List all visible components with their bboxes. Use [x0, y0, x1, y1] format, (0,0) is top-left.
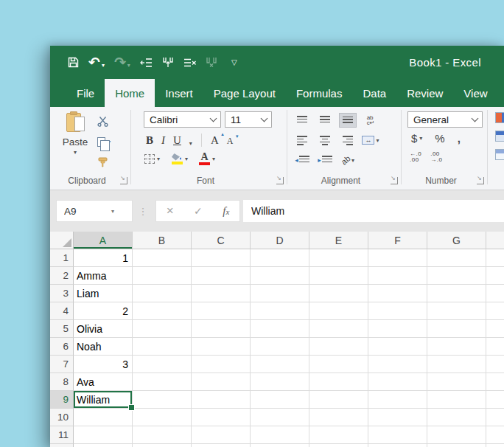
- cell-b9[interactable]: [133, 391, 192, 409]
- cell-c6[interactable]: [192, 338, 251, 356]
- decrease-indent-button[interactable]: ◂: [293, 153, 311, 167]
- bottom-align-button[interactable]: [339, 113, 357, 128]
- name-box-dropdown-icon[interactable]: ▾: [111, 208, 114, 215]
- cell-f12[interactable]: [368, 444, 427, 447]
- italic-button[interactable]: I: [161, 134, 165, 147]
- cell-b1[interactable]: [133, 249, 192, 267]
- select-all-button[interactable]: [50, 232, 74, 249]
- cell-g6[interactable]: [427, 338, 486, 356]
- row-header-5[interactable]: 5: [50, 320, 74, 338]
- cell-e9[interactable]: [309, 391, 368, 409]
- decrease-decimal-button[interactable]: .00→.0: [430, 151, 442, 163]
- delete-rows-icon[interactable]: [183, 58, 196, 68]
- cell-g12[interactable]: [427, 444, 486, 447]
- cell-e3[interactable]: [309, 285, 368, 302]
- number-dialog-launcher-icon[interactable]: [477, 177, 484, 184]
- increase-font-size-button[interactable]: A▴: [211, 134, 219, 147]
- cell-c12[interactable]: [192, 444, 251, 447]
- percent-style-button[interactable]: %: [435, 132, 444, 145]
- cell-f8[interactable]: [368, 373, 427, 391]
- number-format-select[interactable]: General: [407, 111, 483, 128]
- row-header-12[interactable]: 12: [50, 444, 74, 447]
- column-header-e[interactable]: E: [309, 232, 368, 249]
- cell-g4[interactable]: [427, 302, 486, 320]
- undo-icon[interactable]: ↶ ▾: [88, 56, 105, 69]
- cell-b7[interactable]: [133, 356, 192, 373]
- cell-d10[interactable]: [251, 409, 309, 426]
- cell-h4[interactable]: [486, 302, 504, 320]
- cell-f10[interactable]: [368, 409, 427, 426]
- font-dialog-launcher-icon[interactable]: [276, 177, 284, 184]
- cell-a8[interactable]: Ava: [74, 373, 133, 391]
- redo-dropdown-icon[interactable]: ▾: [127, 62, 130, 69]
- cell-g2[interactable]: [427, 267, 486, 285]
- cell-h11[interactable]: [486, 426, 504, 444]
- formula-input-area[interactable]: [243, 200, 504, 222]
- row-header-7[interactable]: 7: [50, 356, 74, 373]
- cell-c8[interactable]: [192, 373, 251, 391]
- cell-a4[interactable]: 2: [74, 302, 133, 320]
- save-icon[interactable]: [68, 57, 79, 68]
- cell-e8[interactable]: [309, 373, 368, 391]
- cell-b12[interactable]: [133, 444, 192, 447]
- cell-f2[interactable]: [368, 267, 427, 285]
- cell-g9[interactable]: [427, 391, 486, 409]
- align-center-button[interactable]: [316, 133, 334, 148]
- cell-h8[interactable]: [486, 373, 504, 391]
- formula-bar-handle[interactable]: ⋮: [136, 200, 150, 222]
- cell-g7[interactable]: [427, 356, 486, 373]
- cell-h12[interactable]: [486, 444, 504, 447]
- tab-file[interactable]: File: [66, 79, 105, 107]
- cell-a7[interactable]: 3: [74, 356, 133, 373]
- cell-c2[interactable]: [192, 267, 251, 285]
- top-align-button[interactable]: [293, 113, 311, 128]
- row-header-10[interactable]: 10: [50, 409, 74, 426]
- cell-styles-icon[interactable]: [495, 149, 504, 160]
- comma-style-button[interactable]: ,: [458, 132, 461, 145]
- insert-cells-icon[interactable]: [140, 58, 153, 68]
- delete-columns-icon[interactable]: [206, 57, 217, 68]
- copy-button[interactable]: ▾: [97, 135, 111, 148]
- cell-f11[interactable]: [368, 426, 427, 444]
- cell-a9[interactable]: William: [74, 391, 133, 409]
- cell-a10[interactable]: [74, 409, 133, 426]
- cell-d3[interactable]: [251, 285, 309, 302]
- tab-insert[interactable]: Insert: [155, 79, 203, 107]
- underline-dropdown-icon[interactable]: ▾: [189, 140, 192, 147]
- cell-e2[interactable]: [309, 267, 368, 285]
- paste-dropdown-icon[interactable]: ▾: [74, 149, 77, 156]
- format-as-table-icon[interactable]: [495, 131, 504, 142]
- column-header-partial[interactable]: [486, 232, 504, 249]
- name-box-input[interactable]: [57, 206, 110, 217]
- cell-c11[interactable]: [192, 426, 251, 444]
- cell-a3[interactable]: Liam: [74, 285, 133, 302]
- cell-g1[interactable]: [427, 249, 486, 267]
- cell-d11[interactable]: [251, 426, 309, 444]
- cell-h5[interactable]: [486, 320, 504, 338]
- customize-quick-access-toolbar-icon[interactable]: ▽: [227, 58, 237, 66]
- cell-e10[interactable]: [309, 409, 368, 426]
- cell-h6[interactable]: [486, 338, 504, 356]
- column-header-b[interactable]: B: [133, 232, 192, 249]
- increase-decimal-button[interactable]: ←.0.00: [410, 151, 421, 163]
- cell-f9[interactable]: [368, 391, 427, 409]
- cell-c7[interactable]: [192, 356, 251, 373]
- cell-c10[interactable]: [192, 409, 251, 426]
- undo-dropdown-icon[interactable]: ▾: [102, 62, 105, 69]
- cell-g10[interactable]: [427, 409, 486, 426]
- cell-b11[interactable]: [133, 426, 192, 444]
- cell-d7[interactable]: [251, 356, 309, 373]
- tab-d[interactable]: D: [498, 79, 504, 107]
- cell-e5[interactable]: [309, 320, 368, 338]
- row-header-6[interactable]: 6: [50, 338, 74, 356]
- row-header-11[interactable]: 11: [50, 426, 74, 444]
- cell-c9[interactable]: [192, 391, 251, 409]
- cell-c5[interactable]: [192, 320, 251, 338]
- cell-b3[interactable]: [133, 285, 192, 302]
- cell-e7[interactable]: [309, 356, 368, 373]
- align-right-button[interactable]: [339, 133, 357, 148]
- borders-button[interactable]: ▾: [144, 152, 160, 165]
- cancel-icon[interactable]: ×: [167, 204, 174, 218]
- tab-home[interactable]: Home: [105, 79, 155, 107]
- tab-formulas[interactable]: Formulas: [286, 79, 353, 107]
